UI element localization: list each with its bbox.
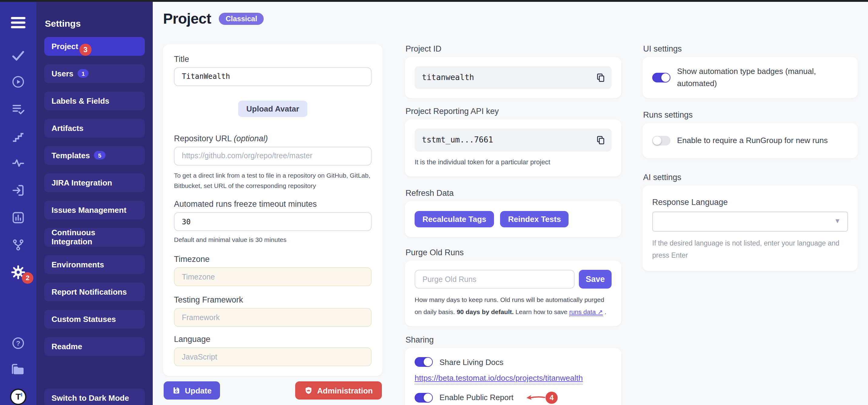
app-root: 2 ? T Settings Project 3 Users 1 — [0, 0, 868, 405]
import-icon[interactable] — [11, 183, 25, 197]
administration-button[interactable]: Administration — [296, 381, 382, 400]
copy-project-id-button[interactable] — [593, 69, 609, 85]
share-living-docs-toggle[interactable] — [414, 357, 433, 367]
switch-dark-mode-button[interactable]: Switch to Dark Mode — [44, 388, 145, 405]
repository-url-optional-note: (optional) — [234, 134, 268, 143]
automation-badges-toggle[interactable] — [652, 72, 671, 82]
sidebar-item-label: Labels & Fields — [52, 96, 110, 105]
tests-check-icon[interactable] — [11, 49, 25, 62]
sharing-card: Share Living Docs https://beta.testomat.… — [405, 348, 621, 405]
svg-text:?: ? — [16, 339, 20, 347]
save-button[interactable]: Save — [579, 270, 612, 289]
administration-button-label: Administration — [317, 386, 373, 395]
upload-avatar-button[interactable]: Upload Avatar — [239, 100, 307, 117]
sidebar-item-custom-statuses[interactable]: Custom Statuses — [44, 310, 145, 328]
require-rungroup-toggle[interactable] — [652, 136, 671, 146]
plans-list-check-icon[interactable] — [11, 102, 25, 116]
repository-url-label-text: Repository URL — [174, 134, 231, 143]
enable-public-report-toggle[interactable] — [414, 393, 433, 402]
project-id-card: titanwealth — [405, 57, 621, 98]
purge-old-runs-label: Purge Old Runs — [405, 248, 621, 257]
timezone-input[interactable] — [174, 268, 372, 286]
sharing-label: Sharing — [405, 335, 621, 344]
templates-count-pill: 5 — [94, 151, 105, 159]
repository-url-input[interactable] — [174, 147, 372, 165]
settings-sidebar: Settings Project 3 Users 1 Labels & Fiel… — [36, 1, 153, 405]
annotation-4-group: 4 — [525, 392, 558, 404]
settings-nav-list: Project 3 Users 1 Labels & Fields Artifa… — [44, 37, 145, 364]
sidebar-item-label: JIRA Integration — [52, 178, 112, 187]
runs-data-link-label: runs data — [569, 308, 596, 315]
refresh-data-label: Refresh Data — [405, 189, 621, 198]
copy-api-key-button[interactable] — [593, 132, 609, 148]
testing-framework-input[interactable] — [174, 308, 372, 327]
sidebar-item-readme[interactable]: Readme — [44, 337, 145, 355]
repository-url-help: To get a direct link from a test to file… — [174, 170, 372, 192]
sidebar-item-label: Report Notifications — [52, 287, 127, 296]
sidebar-item-report-notifications[interactable]: Report Notifications — [44, 282, 145, 301]
sidebar-item-label: Environments — [52, 260, 104, 269]
sidebar-item-artifacts[interactable]: Artifacts — [44, 119, 145, 137]
response-language-select[interactable]: ▼ — [652, 212, 848, 231]
users-count-pill: 1 — [78, 69, 89, 77]
menu-icon[interactable] — [11, 17, 26, 28]
title-label: Title — [174, 54, 372, 63]
update-button[interactable]: Update — [164, 381, 220, 400]
automation-badges-label: Show automation type badges (manual, aut… — [677, 65, 829, 90]
ui-settings-card: Show automation type badges (manual, aut… — [643, 57, 858, 98]
shield-icon — [305, 386, 313, 395]
runs-settings-card: Enable to require a RunGroup for new run… — [643, 123, 858, 158]
purge-help-text2: Learn how to save — [514, 308, 569, 315]
purge-help-bold: 90 days by default. — [457, 308, 514, 315]
analytics-icon[interactable] — [11, 211, 25, 224]
pulse-icon[interactable] — [11, 156, 25, 169]
response-language-help: If the desired language is not listed, e… — [652, 237, 848, 261]
sidebar-item-label: Users — [52, 69, 73, 78]
language-input[interactable] — [174, 347, 372, 366]
title-input[interactable] — [174, 67, 372, 86]
page-title: Project — [163, 10, 211, 27]
sidebar-item-templates[interactable]: Templates 5 — [44, 146, 145, 165]
sidebar-item-label: Issues Management — [52, 205, 126, 214]
sidebar-item-jira-integration[interactable]: JIRA Integration — [44, 173, 145, 192]
sidebar-item-label: Continuous Integration — [52, 228, 137, 246]
project-id-label: Project ID — [405, 44, 621, 53]
sidebar-item-users[interactable]: Users 1 — [44, 64, 145, 83]
reindex-tests-button[interactable]: Reindex Tests — [500, 211, 569, 227]
sidebar-item-continuous-integration[interactable]: Continuous Integration — [44, 228, 145, 246]
living-docs-link[interactable]: https://beta.testomat.io/docs/projects/t… — [414, 373, 583, 384]
sidebar-item-project[interactable]: Project 3 — [44, 37, 145, 56]
share-living-docs-label: Share Living Docs — [439, 357, 503, 367]
annotation-badge-3: 3 — [80, 43, 92, 56]
ai-settings-card: Response Language ▼ If the desired langu… — [643, 186, 858, 271]
sidebar-item-environments[interactable]: Environments — [44, 255, 145, 274]
logo-avatar[interactable]: T — [10, 388, 26, 405]
run-play-icon[interactable] — [11, 75, 25, 88]
timezone-label: Timezone — [174, 255, 372, 264]
api-key-card: tstmt_um...7661 It is the individual tok… — [405, 119, 621, 177]
general-settings-card: Title Upload Avatar Repository URL (opti… — [163, 44, 382, 376]
runs-settings-heading: Runs settings — [643, 110, 858, 119]
recalculate-tags-button[interactable]: Recalculate Tags — [414, 211, 494, 227]
projects-folders-icon[interactable] — [11, 362, 26, 377]
steps-icon[interactable] — [11, 129, 25, 143]
sidebar-item-label: Templates — [52, 151, 90, 160]
help-icon[interactable]: ? — [11, 336, 25, 349]
annotation-arrow-icon — [525, 393, 546, 402]
purge-old-runs-input[interactable] — [414, 270, 575, 289]
branches-icon[interactable] — [11, 238, 25, 251]
require-rungroup-label: Enable to require a RunGroup for new run… — [677, 136, 828, 145]
api-key-help: It is the individual token for a particu… — [414, 156, 612, 167]
runs-data-link[interactable]: runs data ↗ — [569, 308, 603, 316]
language-label: Language — [174, 335, 372, 344]
icon-sidebar: 2 ? T — [0, 1, 36, 405]
dark-mode-label: Switch to Dark Mode — [52, 394, 129, 403]
freeze-timeout-input[interactable] — [174, 212, 372, 231]
sidebar-item-labels-fields[interactable]: Labels & Fields — [44, 91, 145, 110]
logo-letter: T — [16, 392, 21, 401]
project-type-badge: Classical — [219, 12, 264, 25]
purge-help-text3: . — [603, 308, 607, 315]
project-id-field: titanwealth — [414, 66, 612, 89]
sidebar-item-issues-management[interactable]: Issues Management — [44, 200, 145, 219]
external-link-arrow-icon: ↗ — [598, 308, 603, 315]
